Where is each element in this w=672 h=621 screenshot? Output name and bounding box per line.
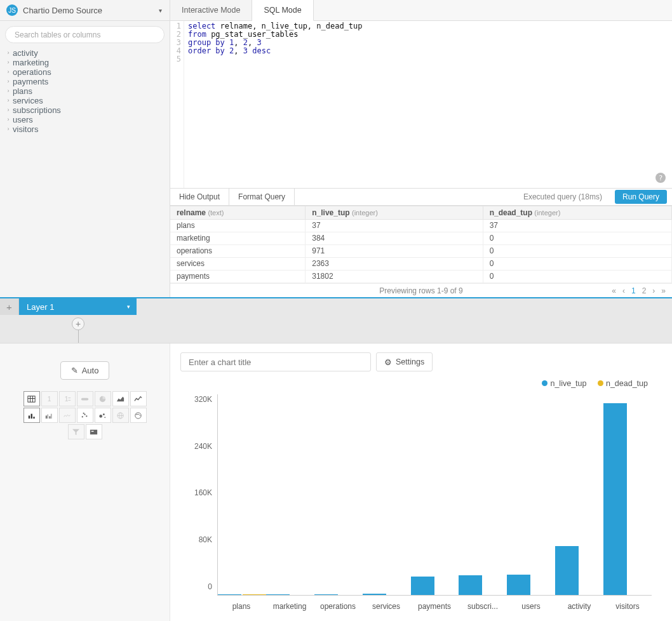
bar-icon[interactable]: [24, 408, 40, 423]
legend-label-1: n_live_tup: [550, 379, 586, 388]
col-n_dead_tup[interactable]: n_dead_tup (integer): [483, 206, 671, 220]
tree-item-payments[interactable]: ›payments: [4, 77, 166, 86]
table-icon[interactable]: [24, 391, 40, 406]
execution-status: Executed query (18ms): [516, 192, 610, 201]
schema-tree: ›activity›marketing›operations›payments›…: [0, 48, 170, 134]
tab-sql-mode[interactable]: SQL Mode: [252, 0, 313, 21]
tree-item-activity[interactable]: ›activity: [4, 48, 166, 58]
results-pager[interactable]: « ‹ 1 2 › »: [612, 286, 666, 295]
tree-label: marketing: [13, 58, 49, 67]
caret-down-icon: ▾: [159, 7, 162, 14]
chart-title-input[interactable]: [180, 352, 371, 371]
table-row: plans3737: [170, 220, 672, 232]
svg-rect-6: [81, 397, 88, 400]
pager-page-1[interactable]: 1: [631, 286, 636, 295]
bar-group: [555, 394, 603, 595]
tree-label: plans: [13, 86, 32, 96]
tree-item-operations[interactable]: ›operations: [4, 67, 166, 77]
add-step-button[interactable]: +: [72, 317, 84, 330]
chevron-right-icon: ›: [4, 115, 13, 124]
bar-group: [363, 394, 411, 595]
globe-icon[interactable]: [112, 408, 129, 423]
run-query-button[interactable]: Run Query: [615, 190, 667, 204]
layer-tab[interactable]: Layer 1 ▾: [19, 298, 137, 315]
datasource-select[interactable]: JS Chartio Demo Source ▾: [0, 0, 170, 21]
svg-rect-13: [50, 416, 51, 418]
tree-item-services[interactable]: ›services: [4, 96, 166, 105]
bubble-icon[interactable]: [95, 408, 111, 423]
query-panel: Interactive Mode SQL Mode 12345 select r…: [170, 0, 672, 297]
grouped-bar-icon[interactable]: [41, 408, 58, 423]
svg-point-21: [104, 417, 105, 418]
bar-group: [411, 394, 459, 595]
svg-rect-8: [29, 415, 30, 418]
svg-point-19: [99, 415, 102, 418]
table-row: services23630: [170, 258, 672, 270]
x-tick: services: [362, 598, 410, 615]
svg-point-17: [86, 415, 87, 417]
auto-chart-button[interactable]: ✎ Auto: [60, 361, 110, 380]
layer-tab-label: Layer 1: [27, 302, 54, 312]
chevron-right-icon: ›: [4, 96, 13, 105]
sparkline-icon[interactable]: [59, 408, 76, 423]
viz-card-icon[interactable]: [86, 424, 102, 439]
search-input[interactable]: [5, 26, 165, 43]
gauge-icon[interactable]: [77, 391, 93, 406]
tab-interactive-mode[interactable]: Interactive Mode: [170, 0, 252, 20]
chevron-right-icon: ›: [4, 77, 13, 86]
svg-rect-0: [28, 396, 35, 401]
table-row: marketing3840: [170, 232, 672, 245]
area-icon[interactable]: [112, 391, 129, 406]
bullet-icon[interactable]: 1: [59, 391, 76, 406]
add-layer-button[interactable]: +: [0, 298, 19, 315]
pager-last[interactable]: »: [661, 286, 666, 295]
map-icon[interactable]: [130, 408, 147, 423]
tree-label: subscriptions: [13, 105, 61, 115]
tree-item-marketing[interactable]: ›marketing: [4, 58, 166, 67]
hide-output-button[interactable]: Hide Output: [170, 189, 229, 205]
pager-page-2[interactable]: 2: [642, 286, 647, 295]
bar-group: [218, 394, 266, 595]
help-icon[interactable]: ?: [655, 173, 666, 183]
pager-next[interactable]: ›: [652, 286, 655, 295]
scatter-icon[interactable]: [77, 408, 93, 423]
single-value-icon[interactable]: 1: [41, 391, 58, 406]
line-icon[interactable]: [130, 391, 147, 406]
auto-label: Auto: [82, 366, 99, 375]
svg-rect-10: [33, 417, 34, 418]
bar-group: [603, 394, 652, 595]
tree-item-plans[interactable]: ›plans: [4, 86, 166, 96]
y-tick: 320K: [194, 395, 212, 404]
caret-down-icon[interactable]: ▾: [127, 304, 130, 310]
bar: [459, 575, 482, 595]
table-row: operations9710: [170, 245, 672, 258]
bar: [314, 594, 338, 595]
settings-label: Settings: [396, 357, 424, 366]
format-query-button[interactable]: Format Query: [229, 189, 295, 205]
svg-rect-14: [51, 413, 52, 418]
viz-filter-icon[interactable]: [68, 424, 84, 439]
x-tick: activity: [555, 598, 603, 615]
tree-item-users[interactable]: ›users: [4, 115, 166, 124]
pie-icon[interactable]: [95, 391, 111, 406]
legend-label-2: n_dead_tup: [606, 379, 648, 388]
chevron-right-icon: ›: [4, 48, 13, 58]
table-row: payments318020: [170, 270, 672, 283]
tree-item-visitors[interactable]: ›visitors: [4, 124, 166, 134]
col-relname[interactable]: relname (text): [170, 206, 306, 220]
col-n_live_tup[interactable]: n_live_tup (integer): [306, 206, 483, 220]
x-tick: subscri...: [459, 598, 507, 615]
chart-settings-button[interactable]: ⚙ Settings: [376, 352, 433, 371]
y-tick: 240K: [194, 442, 212, 451]
y-axis: 080K160K240K320K: [187, 391, 216, 596]
pager-prev[interactable]: ‹: [622, 286, 625, 295]
layer-strip: + Layer 1 ▾ +: [0, 298, 672, 343]
sql-editor[interactable]: 12345 select relname, n_live_tup, n_dead…: [170, 21, 672, 188]
tree-item-subscriptions[interactable]: ›subscriptions: [4, 105, 166, 115]
y-tick: 160K: [194, 488, 212, 497]
svg-point-15: [82, 416, 83, 417]
pager-first[interactable]: «: [612, 286, 616, 295]
y-tick: 80K: [199, 535, 212, 544]
tree-label: users: [13, 115, 33, 124]
x-tick: users: [507, 598, 555, 615]
